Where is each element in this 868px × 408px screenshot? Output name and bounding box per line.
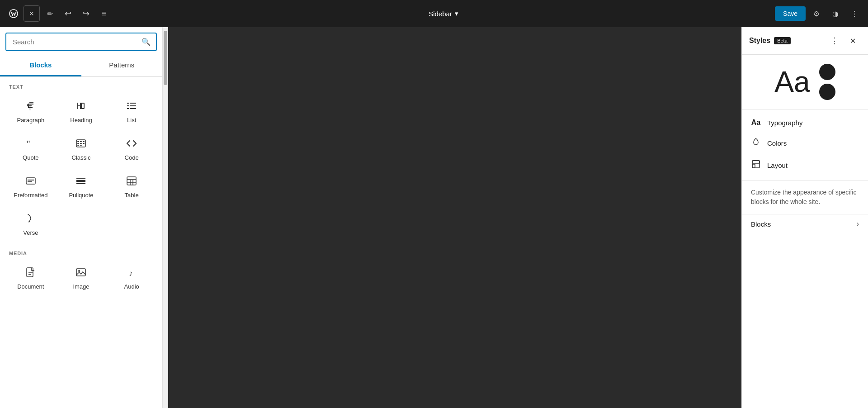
- contrast-button[interactable]: ◑: [827, 5, 844, 22]
- search-icon-button[interactable]: 🔍: [136, 34, 156, 50]
- block-item-table[interactable]: Table: [106, 168, 157, 206]
- style-options: Aa Typography Colors: [742, 109, 868, 180]
- paragraph-icon: ¶: [25, 100, 36, 113]
- paragraph-label: Paragraph: [17, 117, 44, 123]
- svg-text:W: W: [11, 10, 17, 17]
- right-header-actions: ⋮ ✕: [826, 33, 861, 49]
- block-item-classic[interactable]: Classic: [56, 131, 107, 168]
- preview-text: Aa: [774, 67, 810, 96]
- text-blocks-grid: ¶ Paragraph Heading: [0, 93, 162, 243]
- image-label: Image: [73, 283, 89, 290]
- block-item-list[interactable]: List: [106, 93, 157, 131]
- dot-1: [819, 64, 835, 80]
- svg-rect-12: [80, 141, 82, 142]
- search-icon: 🔍: [142, 38, 151, 46]
- heading-label: Heading: [70, 117, 92, 123]
- edit-button[interactable]: ✏: [42, 5, 58, 22]
- preformatted-label: Preformatted: [14, 192, 47, 199]
- beta-badge: Beta: [774, 37, 791, 44]
- media-section-label: MEDIA: [0, 243, 162, 260]
- block-item-audio[interactable]: ♪ Audio: [106, 260, 157, 297]
- svg-rect-6: [130, 105, 136, 106]
- text-section-label: TEXT: [0, 77, 162, 93]
- svg-rect-24: [76, 183, 85, 184]
- redo-button[interactable]: ↪: [78, 5, 94, 22]
- svg-rect-37: [752, 161, 760, 163]
- tab-patterns[interactable]: Patterns: [81, 55, 163, 76]
- media-blocks-grid: Document Image ♪: [0, 260, 162, 297]
- block-item-preformatted[interactable]: Preformatted: [5, 168, 56, 206]
- undo-icon: ↩: [65, 9, 71, 19]
- svg-rect-33: [76, 269, 85, 276]
- table-label: Table: [125, 192, 139, 199]
- block-item-image[interactable]: Image: [56, 260, 107, 297]
- pullquote-label: Pullquote: [69, 192, 93, 199]
- audio-icon: ♪: [126, 267, 137, 280]
- settings-icon: ⚙: [813, 9, 820, 18]
- colors-option[interactable]: Colors: [742, 132, 868, 154]
- canvas-content: [168, 27, 741, 408]
- verse-label: Verse: [23, 229, 38, 236]
- svg-point-34: [78, 270, 80, 272]
- document-icon: [25, 267, 36, 280]
- block-item-document[interactable]: Document: [5, 260, 56, 297]
- code-icon: [126, 138, 137, 151]
- styles-more-button[interactable]: ⋮: [826, 33, 843, 49]
- block-item-paragraph[interactable]: ¶ Paragraph: [5, 93, 56, 131]
- style-preview: Aa: [742, 55, 868, 109]
- save-button[interactable]: Save: [775, 6, 806, 21]
- pullquote-icon: [75, 176, 86, 188]
- toolbar: W ✕ ✏ ↩ ↪ ≡ Sidebar ▾ Save ⚙ ◑ ⋮: [0, 0, 868, 27]
- search-input-wrap: 🔍: [5, 33, 157, 51]
- svg-rect-13: [83, 141, 85, 142]
- svg-rect-14: [77, 143, 79, 144]
- block-item-heading[interactable]: Heading: [56, 93, 107, 131]
- list-icon: [126, 100, 137, 113]
- svg-rect-25: [127, 177, 136, 185]
- search-input[interactable]: [6, 33, 136, 50]
- layout-option[interactable]: Layout: [742, 154, 868, 176]
- toolbar-center: Sidebar ▾: [114, 7, 773, 20]
- settings-button[interactable]: ⚙: [808, 5, 825, 22]
- chevron-right-icon: ›: [857, 220, 859, 228]
- table-icon: [126, 176, 137, 188]
- edit-icon: ✏: [47, 9, 53, 18]
- more-options-button[interactable]: ⋮: [846, 5, 863, 22]
- block-item-pullquote[interactable]: Pullquote: [56, 168, 107, 206]
- left-sidebar: 🔍 Blocks Patterns TEXT ¶ Paragr: [0, 27, 163, 408]
- document-label: Document: [17, 283, 44, 290]
- sidebar-label: Sidebar: [429, 10, 452, 18]
- undo-button[interactable]: ↩: [60, 5, 76, 22]
- tabs: Blocks Patterns: [0, 55, 162, 77]
- svg-rect-20: [28, 180, 34, 180]
- block-item-verse[interactable]: Verse: [5, 206, 56, 243]
- customize-text: Customize the appearance of specific blo…: [742, 180, 868, 214]
- tab-blocks[interactable]: Blocks: [0, 55, 81, 76]
- left-sidebar-scrollbar[interactable]: [163, 27, 168, 408]
- block-item-code[interactable]: Code: [106, 131, 157, 168]
- svg-text:♪: ♪: [129, 269, 133, 278]
- quote-label: Quote: [23, 154, 38, 161]
- styles-close-button[interactable]: ✕: [844, 33, 861, 49]
- svg-text:¶: ¶: [27, 102, 31, 111]
- list-view-button[interactable]: ≡: [96, 5, 112, 22]
- layout-icon: [751, 160, 761, 171]
- svg-rect-15: [80, 143, 82, 144]
- svg-rect-11: [77, 141, 79, 142]
- close-panel-button[interactable]: ✕: [24, 5, 40, 22]
- block-item-quote[interactable]: " Quote: [5, 131, 56, 168]
- svg-rect-30: [27, 268, 33, 277]
- colors-icon: [751, 138, 761, 149]
- blocks-row[interactable]: Blocks ›: [742, 214, 868, 233]
- code-label: Code: [125, 154, 139, 161]
- sidebar-dropdown-button[interactable]: Sidebar ▾: [424, 7, 463, 20]
- wp-logo-button[interactable]: W: [5, 5, 22, 22]
- typography-label: Typography: [767, 119, 802, 127]
- styles-more-icon: ⋮: [830, 36, 839, 46]
- list-label: List: [127, 117, 136, 123]
- colors-label: Colors: [767, 139, 787, 147]
- canvas-area: [168, 27, 741, 408]
- styles-close-icon: ✕: [850, 37, 856, 45]
- typography-option[interactable]: Aa Typography: [742, 113, 868, 132]
- svg-rect-16: [83, 143, 85, 144]
